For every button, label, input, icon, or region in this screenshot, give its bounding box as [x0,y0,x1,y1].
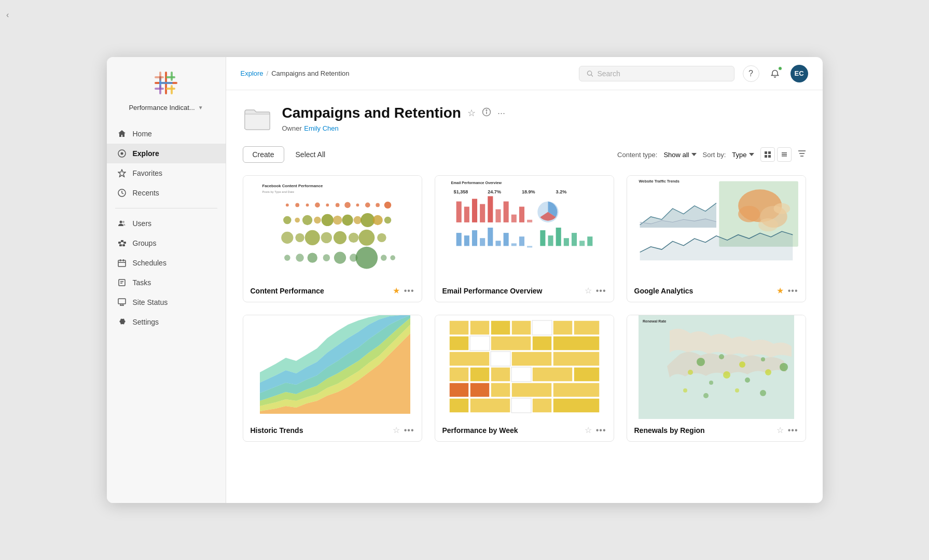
workbook-menu-performance-week[interactable]: ••• [596,426,606,435]
svg-rect-97 [456,201,461,222]
svg-rect-123 [587,236,592,246]
home-icon [117,129,127,138]
svg-rect-41 [765,155,767,158]
svg-rect-112 [495,241,501,246]
svg-point-182 [723,371,730,379]
svg-rect-174 [532,398,552,413]
sidebar-item-recents[interactable]: Recents [107,183,226,203]
svg-point-76 [304,230,320,245]
svg-point-187 [780,363,788,371]
svg-point-56 [326,204,329,207]
grid-view-button[interactable] [760,147,775,162]
svg-rect-100 [480,204,485,222]
sidebar-item-users-label: Users [133,219,152,228]
content-type-select[interactable]: Show all [663,151,696,159]
svg-point-181 [761,357,765,361]
workbook-star-google-analytics[interactable]: ★ [777,286,784,296]
sidebar-item-groups[interactable]: Groups [107,233,226,253]
owner-link[interactable]: Emily Chen [304,124,338,132]
svg-rect-121 [571,233,576,246]
svg-point-131 [738,206,760,222]
svg-point-54 [306,204,309,207]
create-button[interactable]: Create [243,146,284,163]
sidebar-item-home[interactable]: Home [107,124,226,144]
help-icon: ? [748,69,753,78]
svg-point-83 [296,254,303,261]
svg-point-62 [384,202,391,209]
sidebar-item-settings[interactable]: Settings [107,312,226,332]
svg-rect-103 [503,201,508,222]
workspace-chevron: ▼ [198,105,203,110]
svg-point-59 [356,204,359,207]
svg-point-79 [348,233,358,243]
svg-rect-101 [488,196,493,222]
workbook-footer-performance-week: Performance by Week ☆ ••• [435,419,614,441]
svg-point-57 [335,203,339,207]
svg-rect-168 [491,383,510,397]
sidebar-item-explore[interactable]: Explore [107,144,226,163]
workbook-menu-google-analytics[interactable]: ••• [788,286,798,296]
sidebar-nav: Home Explore Favorites Recents [107,120,226,336]
user-avatar[interactable]: EC [791,65,808,82]
svg-point-84 [307,253,317,262]
workbook-name-renewals-region: Renewals by Region [634,426,772,435]
users-icon [117,219,127,228]
workbook-star-content-performance[interactable]: ★ [393,286,400,296]
filter-button[interactable] [798,150,806,159]
svg-rect-3 [159,82,173,84]
workbook-star-historic-trends[interactable]: ☆ [393,425,400,435]
workbook-menu-content-performance[interactable]: ••• [404,286,414,296]
workbook-card-renewals-region[interactable]: Renewal Rate [627,315,806,442]
workspace-selector[interactable]: Performance Indicat... ▼ [129,104,203,111]
svg-text:18.9%: 18.9% [521,189,535,194]
workbook-menu-historic-trends[interactable]: ••• [404,426,414,435]
page-owner: Owner Emily Chen [282,123,806,133]
workbook-card-google-analytics[interactable]: Website Traffic Trends [627,175,806,302]
sidebar-item-site-status[interactable]: Site Status [107,292,226,312]
svg-rect-163 [511,367,531,382]
svg-text:Website Traffic Trends: Website Traffic Trends [639,179,679,184]
sidebar-item-favorites[interactable]: Favorites [107,163,226,183]
workbook-card-historic-trends[interactable]: Historic Trends ☆ ••• [243,315,422,442]
sidebar-item-schedules[interactable]: Schedules [107,253,226,273]
svg-rect-107 [456,233,461,246]
workbook-star-email-performance[interactable]: ☆ [585,286,592,296]
svg-point-66 [314,217,321,224]
info-icon[interactable] [482,107,491,119]
workbook-card-performance-week[interactable]: Performance by Week ☆ ••• [435,315,614,442]
notifications-button[interactable] [767,65,783,82]
help-button[interactable]: ? [743,65,759,82]
more-options-icon[interactable]: ··· [497,108,505,119]
workbook-star-performance-week[interactable]: ☆ [585,425,592,435]
header: Explore / Campaigns and Retention ? EC [226,57,823,90]
svg-point-179 [719,354,724,359]
sort-select[interactable]: Type [732,151,754,159]
svg-rect-156 [449,352,490,366]
workbook-menu-renewals-region[interactable]: ••• [788,426,798,435]
svg-point-17 [122,221,124,223]
sidebar-item-tasks[interactable]: Tasks [107,273,226,292]
select-all-button[interactable]: Select All [290,147,331,162]
svg-point-55 [315,203,320,208]
sidebar-item-users[interactable]: Users [107,214,226,233]
workbook-card-content-performance[interactable]: Facebook Content Performance Posts by Ty… [243,175,422,302]
svg-point-82 [284,255,290,261]
breadcrumb-explore[interactable]: Explore [241,69,264,77]
svg-rect-7 [166,88,175,90]
svg-point-180 [739,361,745,368]
search-input[interactable] [597,69,726,78]
svg-point-86 [334,251,345,263]
workbook-star-renewals-region[interactable]: ☆ [777,425,784,435]
svg-point-88 [355,247,378,269]
search-bar[interactable] [579,66,734,81]
favorite-star-icon[interactable]: ☆ [467,107,476,119]
workbook-name-google-analytics: Google Analytics [634,287,772,295]
svg-rect-102 [495,209,501,222]
workbook-card-email-performance[interactable]: Email Performance Overview $1,358 24.7% … [435,175,614,302]
main-content: Explore / Campaigns and Retention ? EC [226,57,823,503]
list-view-button[interactable] [777,147,792,162]
svg-point-60 [365,203,370,208]
workbook-menu-email-performance[interactable]: ••• [596,286,606,296]
svg-rect-144 [449,320,469,335]
svg-point-133 [773,203,790,214]
